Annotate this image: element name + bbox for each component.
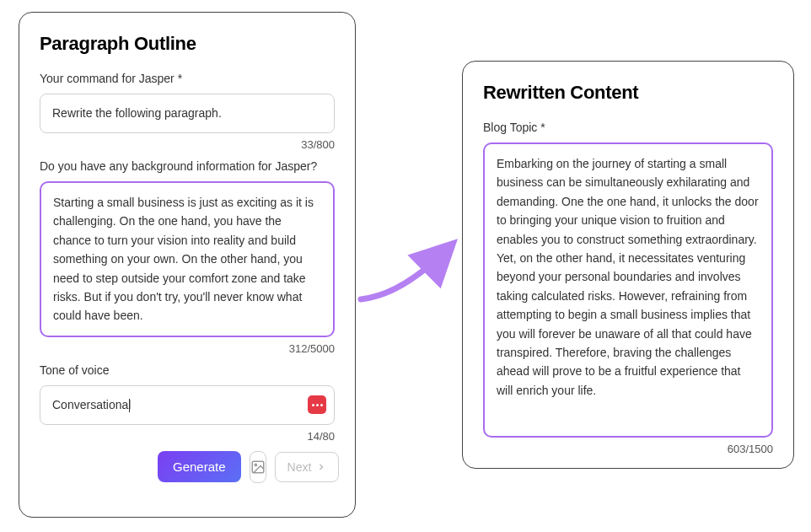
- tone-label: Tone of voice: [40, 363, 335, 377]
- image-icon-button[interactable]: [250, 451, 266, 483]
- blog-topic-textarea[interactable]: Embarking on the journey of starting a s…: [483, 142, 773, 438]
- chevron-right-icon: [316, 462, 326, 472]
- tone-counter: 14/80: [40, 430, 335, 443]
- arrow-icon: [354, 228, 464, 312]
- rewritten-content-card: Rewritten Content Blog Topic * Embarking…: [462, 61, 794, 469]
- tone-input[interactable]: Conversational: [40, 385, 335, 425]
- rewritten-content-title: Rewritten Content: [483, 82, 773, 104]
- paragraph-outline-title: Paragraph Outline: [40, 33, 335, 55]
- background-label: Do you have any background information f…: [40, 159, 335, 173]
- next-button[interactable]: Next: [275, 452, 340, 482]
- command-label: Your command for Jasper *: [40, 72, 335, 85]
- command-counter: 33/800: [40, 138, 335, 151]
- tone-value: Conversational: [52, 398, 131, 411]
- paragraph-outline-card: Paragraph Outline Your command for Jaspe…: [19, 12, 356, 518]
- blog-topic-label: Blog Topic *: [483, 121, 773, 134]
- action-button-row: Generate Next: [40, 451, 335, 483]
- image-icon: [250, 459, 266, 475]
- background-textarea[interactable]: Starting a small business is just as exc…: [40, 181, 335, 337]
- next-label: Next: [287, 460, 312, 474]
- svg-point-1: [255, 464, 256, 465]
- tone-badge-icon[interactable]: [308, 395, 326, 414]
- command-input[interactable]: Rewrite the following paragraph.: [40, 94, 335, 133]
- generate-button[interactable]: Generate: [158, 451, 241, 482]
- background-counter: 312/5000: [40, 342, 335, 355]
- blog-topic-counter: 603/1500: [483, 443, 773, 455]
